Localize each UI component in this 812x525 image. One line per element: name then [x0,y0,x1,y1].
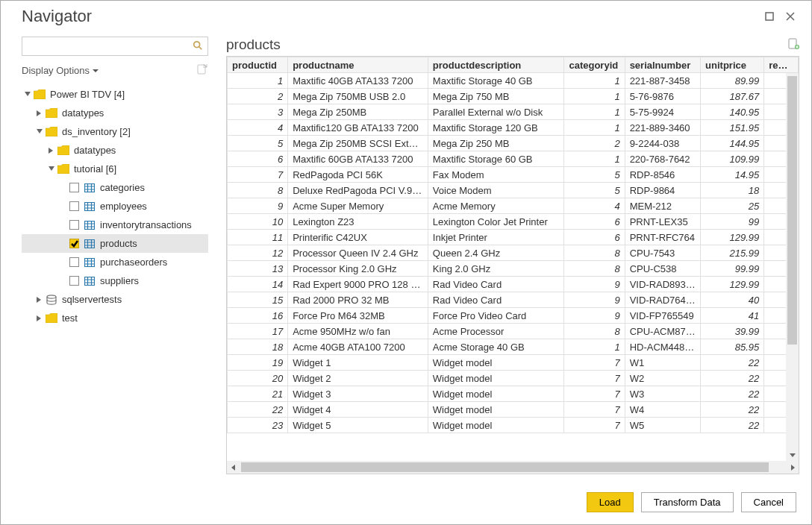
table-row[interactable]: 6Maxtific 60GB ATA133 7200Maxtific Stora… [228,151,799,167]
table-row[interactable]: 14Rad Expert 9000 PRO 128 MBRad Video Ca… [228,277,799,292]
cell-productdescription: Widget model [428,386,564,402]
tree-node-suppliers[interactable]: suppliers [22,271,208,290]
cell-productname: Force Pro M64 32MB [288,308,428,324]
table-row[interactable]: 3Mega Zip 250MBParallel External w/o Dis… [228,104,799,120]
tree-node-datatypes[interactable]: datatypes [22,104,208,122]
tree-node-employees[interactable]: employees [22,197,208,216]
checkbox[interactable] [69,201,79,211]
tree-node-products[interactable]: products [22,234,208,253]
table-icon [84,219,96,231]
cell-productdescription: Rad Video Card [428,292,564,308]
table-row[interactable]: 18Acme 40GB ATA100 7200Acme Storage 40 G… [228,339,799,355]
tree-node-test[interactable]: test [22,309,208,327]
cell-categoryid: 9 [564,292,625,308]
table-row[interactable]: 2Mega Zip 750MB USB 2.0Mega Zip 750 MB15… [228,89,799,104]
display-options[interactable]: Display Options [22,63,208,78]
collapse-icon[interactable] [47,166,56,172]
tree-node-purchaseorders[interactable]: purchaseorders [22,253,208,271]
table-row[interactable]: 20Widget 2Widget model7W222 [228,371,799,386]
search-icon[interactable] [193,40,203,53]
cell-productname: Mega Zip 750MB USB 2.0 [288,89,428,104]
collapse-icon[interactable] [35,129,44,135]
load-button[interactable]: Load [587,492,634,512]
checkbox-checked[interactable] [69,239,79,248]
col-productid[interactable]: productid [228,57,288,73]
svg-rect-3 [85,183,95,192]
scrollbar-thumb[interactable] [787,76,797,345]
preview-options-icon[interactable] [787,38,799,52]
svg-rect-6 [85,239,95,248]
col-categoryid[interactable]: categoryid [564,57,625,73]
transform-data-button[interactable]: Transform Data [641,492,734,512]
cell-unitprice: 22 [701,418,764,433]
vertical-scrollbar[interactable] [786,73,799,461]
close-icon[interactable] [786,12,795,23]
col-reorder[interactable]: reord [764,57,799,73]
tree-node-sqlservertests[interactable]: sqlservertests [22,290,208,309]
table-row[interactable]: 11Printerific C42UXInkjet Printer6PRNT-R… [228,230,799,245]
cell-categoryid: 7 [564,355,625,371]
tree-node-categories[interactable]: categories [22,178,208,197]
cell-productid: 11 [228,230,288,245]
tree-node-datatypes2[interactable]: datatypes [22,141,208,160]
expand-icon[interactable] [35,110,44,116]
cell-productname: Processor Queen IV 2.4 GHz [288,245,428,261]
tree-label: sqlservertests [62,294,122,305]
table-row[interactable]: 17Acme 950MHz w/o fanAcme Processor8CPU-… [228,324,799,339]
cell-unitprice: 89.99 [701,73,764,89]
table-row[interactable]: 15Rad 2000 PRO 32 MBRad Video Card9VID-R… [228,292,799,308]
table-row[interactable]: 8Deluxe RedPagoda PCI V.90 56KVoice Mode… [228,183,799,198]
cell-serialnumber: VID-RAD89388 [625,277,700,292]
table-row[interactable]: 5Mega Zip 250MB SCSI ExternalMega Zip 25… [228,136,799,151]
col-serialnumber[interactable]: serialnumber [625,57,700,73]
table-row[interactable]: 16Force Pro M64 32MBForce Pro Video Card… [228,308,799,324]
horizontal-scrollbar[interactable] [227,461,799,474]
folder-icon [57,145,69,157]
table-row[interactable]: 19Widget 1Widget model7W122 [228,355,799,371]
maximize-icon[interactable] [765,12,774,23]
table-row[interactable]: 13Processor King 2.0 GHzKing 2.0 GHz8CPU… [228,261,799,277]
collapse-icon[interactable] [23,92,32,98]
refresh-icon[interactable] [196,63,208,78]
cell-categoryid: 5 [564,183,625,198]
table-icon [84,201,96,213]
cell-productdescription: Voice Modem [428,183,564,198]
table-row[interactable]: 10Lexington Z23Lexington Color Jet Print… [228,214,799,230]
tree-node-inventorytransactions[interactable]: inventorytransactions [22,216,208,234]
svg-rect-8 [85,277,95,285]
expand-icon[interactable] [35,315,44,321]
table-row[interactable]: 23Widget 5Widget model7W522 [228,418,799,433]
col-productdescription[interactable]: productdescription [428,57,564,73]
table-row[interactable]: 4Maxtific120 GB ATA133 7200Maxtific Stor… [228,120,799,136]
scroll-left-icon[interactable] [227,461,240,474]
scroll-down-icon[interactable] [786,448,799,461]
cell-productdescription: Lexington Color Jet Printer [428,214,564,230]
table-row[interactable]: 21Widget 3Widget model7W322 [228,386,799,402]
search-input[interactable] [25,40,193,53]
checkbox[interactable] [69,257,79,267]
svg-rect-7 [85,258,95,266]
cancel-button[interactable]: Cancel [741,492,796,512]
table-row[interactable]: 22Widget 4Widget model7W422 [228,402,799,418]
expand-icon[interactable] [47,148,56,154]
expand-icon[interactable] [35,297,44,303]
tree-node-root[interactable]: Power BI TDV [4] [22,85,208,104]
cell-serialnumber: VID-FP765549 [625,308,700,324]
table-row[interactable]: 7RedPagoda PCI 56KFax Modem5RDP-854614.9… [228,167,799,183]
tree-node-tutorial[interactable]: tutorial [6] [22,160,208,178]
col-unitprice[interactable]: unitprice [701,57,764,73]
checkbox[interactable] [69,220,79,230]
search-box[interactable] [22,37,208,56]
scroll-right-icon[interactable] [786,461,799,474]
scrollbar-thumb[interactable] [241,462,769,472]
dialog-footer: Load Transform Data Cancel [1,482,811,524]
checkbox[interactable] [69,276,79,286]
table-row[interactable]: 1Maxtific 40GB ATA133 7200Maxtific Stora… [228,73,799,89]
table-row[interactable]: 9Acme Super MemoryAcme Memory4MEM-21225 [228,198,799,214]
cell-unitprice: 99 [701,214,764,230]
checkbox[interactable] [69,183,79,192]
table-row[interactable]: 12Processor Queen IV 2.4 GHzQueen 2.4 GH… [228,245,799,261]
tree-node-dsinventory[interactable]: ds_inventory [2] [22,122,208,141]
cell-productname: Acme 950MHz w/o fan [288,324,428,339]
col-productname[interactable]: productname [288,57,428,73]
